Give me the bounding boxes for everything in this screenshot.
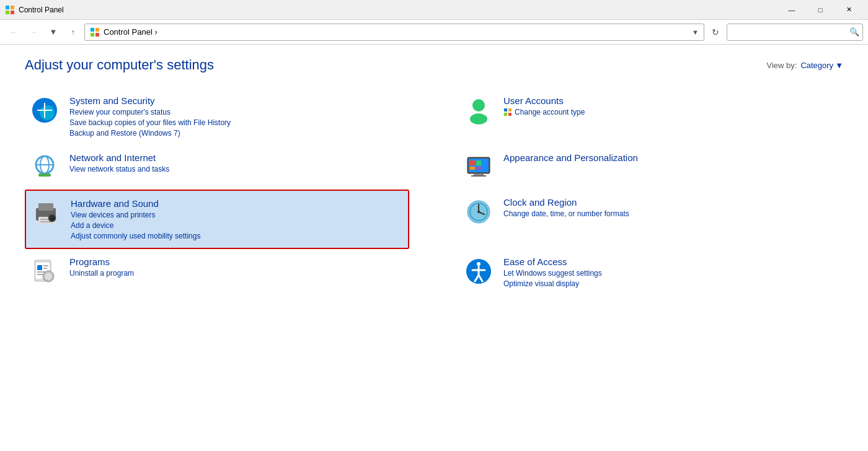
svg-rect-5 (95, 28, 99, 32)
programs-link-0[interactable]: Uninstall a program (69, 269, 134, 278)
hardware-sound-link-0[interactable]: View devices and printers (71, 211, 200, 219)
svg-rect-12 (504, 108, 507, 112)
svg-rect-0 (6, 6, 9, 9)
svg-rect-2 (6, 11, 9, 14)
hardware-sound-link-1[interactable]: Add a device (71, 221, 200, 230)
svg-point-10 (472, 99, 485, 112)
svg-rect-22 (470, 160, 475, 165)
path-icon (90, 27, 100, 37)
svg-rect-6 (91, 33, 94, 37)
user-accounts-text: User Accounts Change account type (503, 95, 585, 116)
category-system-security[interactable]: System and Security Review your computer… (25, 88, 409, 145)
svg-rect-25 (476, 167, 481, 170)
category-appearance[interactable]: Appearance and Personalization (459, 145, 843, 190)
svg-point-40 (477, 211, 480, 213)
shield-small-icon (503, 108, 512, 116)
forward-button[interactable]: → (25, 24, 42, 41)
svg-rect-13 (508, 108, 512, 112)
system-security-link-0[interactable]: Review your computer's status (69, 108, 231, 116)
hardware-sound-icon (31, 198, 61, 228)
title-bar-left: Control Panel (5, 5, 64, 15)
svg-rect-3 (11, 11, 14, 14)
clock-region-link-0[interactable]: Change date, time, or number formats (503, 209, 629, 218)
svg-rect-19 (38, 173, 51, 177)
window-title: Control Panel (19, 6, 64, 14)
svg-point-49 (45, 273, 52, 280)
programs-title[interactable]: Programs (69, 256, 134, 267)
ease-of-access-link-0[interactable]: Let Windows suggest settings (503, 269, 602, 278)
programs-text: Programs Uninstall a program (69, 256, 134, 278)
dropdown-button[interactable]: ▼ (45, 24, 62, 41)
svg-rect-24 (470, 167, 475, 170)
category-network-internet[interactable]: Network and Internet View network status… (25, 145, 409, 190)
hardware-sound-text: Hardware and Sound View devices and prin… (71, 198, 200, 240)
user-accounts-title[interactable]: User Accounts (503, 95, 585, 106)
svg-rect-27 (471, 175, 486, 177)
svg-point-35 (51, 217, 52, 218)
svg-rect-14 (504, 113, 507, 116)
category-hardware-sound[interactable]: Hardware and Sound View devices and prin… (25, 190, 409, 249)
close-button[interactable]: ✕ (835, 0, 863, 20)
svg-rect-29 (38, 203, 53, 211)
category-programs[interactable]: Programs Uninstall a program (25, 249, 409, 296)
network-internet-title[interactable]: Network and Internet (69, 152, 169, 163)
programs-icon (30, 256, 60, 286)
title-bar: Control Panel — □ ✕ (0, 0, 868, 20)
ease-of-access-text: Ease of Access Let Windows suggest setti… (503, 256, 602, 288)
user-accounts-link-0[interactable]: Change account type (515, 108, 585, 116)
svg-rect-15 (508, 113, 512, 116)
system-security-text: System and Security Review your computer… (69, 95, 231, 138)
svg-rect-4 (91, 28, 94, 32)
svg-rect-44 (43, 265, 48, 266)
svg-rect-23 (476, 160, 481, 165)
svg-point-51 (477, 262, 480, 266)
network-internet-link-0[interactable]: View network status and tasks (69, 165, 169, 173)
address-bar: ← → ▼ ↑ Control Panel › ▼ ↻ 🔍 (0, 20, 868, 45)
category-user-accounts[interactable]: User Accounts Change account type (459, 88, 843, 145)
clock-region-text: Clock and Region Change date, time, or n… (503, 197, 629, 218)
ease-of-access-title[interactable]: Ease of Access (503, 256, 602, 267)
address-input[interactable]: Control Panel › ▼ (84, 24, 704, 41)
search-wrapper: 🔍 (727, 24, 863, 41)
hardware-sound-link-2[interactable]: Adjust commonly used mobility settings (71, 232, 200, 240)
search-icon: 🔍 (849, 27, 859, 37)
maximize-button[interactable]: □ (806, 0, 835, 20)
address-dropdown-icon: ▼ (692, 28, 699, 36)
network-internet-text: Network and Internet View network status… (69, 152, 169, 173)
user-accounts-icon (464, 95, 494, 125)
page-title: Adjust your computer's settings (25, 57, 214, 73)
clock-region-icon (464, 197, 494, 227)
page-header: Adjust your computer's settings View by:… (25, 57, 843, 73)
minimize-button[interactable]: — (777, 0, 806, 20)
back-button[interactable]: ← (5, 24, 22, 41)
system-security-link-2[interactable]: Backup and Restore (Windows 7) (69, 129, 231, 138)
svg-rect-26 (474, 173, 484, 175)
clock-region-title[interactable]: Clock and Region (503, 197, 629, 208)
appearance-title[interactable]: Appearance and Personalization (503, 152, 638, 163)
svg-point-9 (40, 105, 55, 120)
hardware-sound-title[interactable]: Hardware and Sound (71, 198, 200, 209)
svg-point-34 (50, 216, 54, 220)
ease-of-access-link-1[interactable]: Optimize visual display (503, 279, 602, 288)
svg-rect-7 (95, 33, 99, 37)
category-ease-of-access[interactable]: Ease of Access Let Windows suggest setti… (459, 249, 843, 296)
network-internet-icon (30, 152, 60, 182)
svg-rect-45 (43, 268, 47, 269)
up-button[interactable]: ↑ (64, 24, 82, 41)
view-by: View by: Category ▼ (766, 61, 843, 70)
view-by-dropdown[interactable]: Category ▼ (800, 61, 843, 70)
system-security-icon (30, 95, 60, 125)
main-content: Adjust your computer's settings View by:… (0, 45, 868, 308)
window-controls: — □ ✕ (777, 0, 863, 20)
system-security-link-1[interactable]: Save backup copies of your files with Fi… (69, 118, 231, 127)
svg-point-11 (470, 113, 487, 125)
refresh-button[interactable]: ↻ (707, 24, 724, 41)
categories-grid: System and Security Review your computer… (25, 88, 843, 296)
category-clock-region[interactable]: Clock and Region Change date, time, or n… (459, 190, 843, 249)
appearance-icon (464, 152, 494, 182)
search-input[interactable] (727, 24, 863, 41)
svg-rect-43 (37, 265, 42, 270)
address-path: Control Panel › (104, 27, 157, 37)
appearance-text: Appearance and Personalization (503, 152, 638, 163)
system-security-title[interactable]: System and Security (69, 95, 231, 106)
